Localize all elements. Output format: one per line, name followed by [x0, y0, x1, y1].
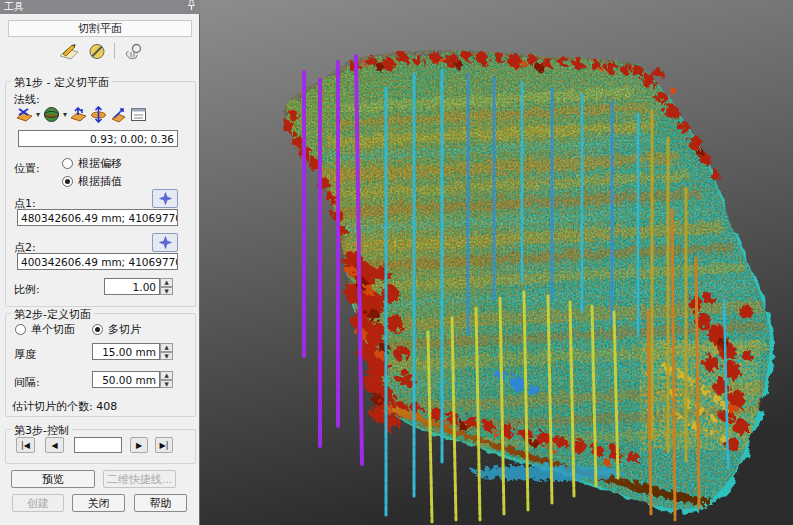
step1-label: 第1步 - 定义切平面 — [11, 75, 112, 90]
radio-multi-slice-circle[interactable] — [92, 324, 103, 335]
help-button[interactable]: 帮助 — [134, 494, 187, 512]
radio-by-offset-circle[interactable] — [62, 158, 73, 169]
normal-plane-arrows-icon-button[interactable] — [70, 106, 87, 123]
position-label: 位置: — [14, 161, 40, 176]
normal-view-sphere-icon-button[interactable] — [43, 106, 60, 123]
radio-multi-slice[interactable]: 多切片 — [92, 322, 141, 337]
scale-spin-up-icon[interactable]: ▲ — [160, 278, 173, 287]
step3-label: 第3步-控制 — [11, 423, 72, 438]
panel-title: 工具 — [4, 0, 24, 14]
spacing-label: 间隔: — [14, 375, 40, 390]
spacing-field[interactable]: 50.00 mm — [92, 371, 160, 388]
point2-field[interactable]: 400342606.49 mm; 4106977042.00 mm — [17, 253, 178, 270]
close-button[interactable]: 关闭 — [72, 494, 125, 512]
scale-field[interactable]: 1.00 — [104, 278, 160, 295]
radio-by-offset[interactable]: 根据偏移 — [62, 156, 122, 171]
normal-dialog-icon-button[interactable] — [130, 106, 147, 123]
radio-by-offset-label: 根据偏移 — [78, 156, 122, 171]
pick-hand-icon-button[interactable] — [123, 43, 143, 60]
scale-spin-down-icon[interactable]: ▼ — [160, 287, 173, 296]
radio-single-section-circle[interactable] — [15, 324, 26, 335]
radio-multi-slice-label: 多切片 — [108, 322, 141, 337]
panel-titlebar[interactable]: 工具 — [0, 0, 200, 14]
scale-label: 比例: — [14, 282, 40, 297]
normal-axis-x-icon-button[interactable] — [16, 106, 33, 123]
dropdown-caret-icon[interactable]: ▾ — [63, 106, 67, 123]
spacing-spin-down-icon[interactable]: ▼ — [160, 380, 173, 389]
point1-pick-button[interactable] — [152, 189, 178, 208]
toolbar-separator — [114, 43, 115, 59]
pin-icon[interactable] — [187, 0, 196, 15]
next-slice-button[interactable]: ▶ — [130, 437, 148, 453]
thickness-spin-up-icon[interactable]: ▲ — [160, 343, 173, 352]
application-window: { "panel": { "title": "工具", "header": "切… — [0, 0, 793, 525]
step2-label: 第2步-定义切面 — [11, 307, 94, 322]
point1-field[interactable]: 480342606.49 mm; 4106977042.00 mm — [17, 209, 178, 226]
tool-header: 切割平面 — [8, 20, 192, 37]
normal-label: 法线: — [14, 92, 40, 107]
preview-button[interactable]: 预览 — [11, 470, 95, 488]
spacing-spinner: ▲ ▼ — [160, 371, 173, 388]
normal-axis-diagonal-icon-button[interactable] — [110, 106, 127, 123]
scale-spinner: ▲ ▼ — [160, 278, 173, 295]
prev-slice-button[interactable]: ◀ — [45, 437, 64, 453]
radio-by-interpolation-circle[interactable] — [62, 176, 73, 187]
first-slice-button[interactable]: |◀ — [16, 437, 35, 453]
shortcut-2d-button[interactable]: 二维快捷线... — [103, 470, 176, 488]
radio-by-interpolation-label: 根据插值 — [78, 174, 122, 189]
create-button[interactable]: 创建 — [12, 494, 64, 512]
last-slice-button[interactable]: ▶| — [155, 437, 173, 453]
radio-by-interpolation[interactable]: 根据插值 — [62, 174, 122, 189]
point2-pick-button[interactable] — [152, 233, 178, 252]
radio-single-section-label: 单个切面 — [31, 322, 75, 337]
thickness-field[interactable]: 15.00 mm — [92, 343, 160, 360]
thickness-spinner: ▲ ▼ — [160, 343, 173, 360]
spacing-spin-up-icon[interactable]: ▲ — [160, 371, 173, 380]
slice-index-field[interactable] — [74, 437, 122, 453]
normal-tools-row: ▾ ▾ — [16, 106, 147, 123]
normal-vertical-axis-icon-button[interactable] — [90, 106, 107, 123]
thickness-label: 厚度 — [14, 347, 36, 362]
dropdown-caret-icon[interactable]: ▾ — [36, 106, 40, 123]
slice-count-estimate: 估计切片的个数: 408 — [12, 399, 117, 414]
viewport-3d[interactable] — [200, 0, 793, 525]
normal-value-field[interactable]: 0.93; 0.00; 0.36 — [18, 130, 178, 147]
disable-plane-icon-button[interactable] — [88, 43, 106, 60]
lower-bench-strip — [470, 462, 620, 478]
panel-toolbar — [0, 40, 200, 62]
thickness-spin-down-icon[interactable]: ▼ — [160, 352, 173, 361]
radio-single-section[interactable]: 单个切面 — [15, 322, 75, 337]
edit-plane-icon-button[interactable] — [58, 43, 80, 60]
tool-panel: 工具 切割平面 第1步 - 定义切平面 法线: ▾ ▾ — [0, 0, 200, 525]
